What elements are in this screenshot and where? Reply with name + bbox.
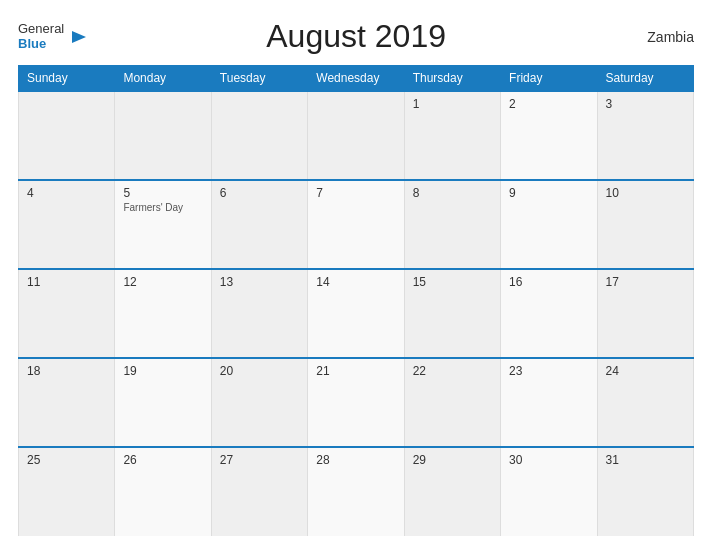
weekday-header-saturday: Saturday (597, 66, 693, 92)
calendar-cell: 31 (597, 447, 693, 536)
weekday-header-tuesday: Tuesday (211, 66, 307, 92)
calendar-cell: 7 (308, 180, 404, 269)
day-number: 2 (509, 97, 588, 111)
calendar-cell: 16 (501, 269, 597, 358)
day-number: 24 (606, 364, 685, 378)
day-number: 17 (606, 275, 685, 289)
logo-blue-text: Blue (18, 37, 64, 51)
day-number: 12 (123, 275, 202, 289)
country-label: Zambia (624, 29, 694, 45)
day-number: 1 (413, 97, 492, 111)
day-number: 20 (220, 364, 299, 378)
day-number: 9 (509, 186, 588, 200)
day-number: 21 (316, 364, 395, 378)
day-number: 19 (123, 364, 202, 378)
calendar-cell: 24 (597, 358, 693, 447)
day-number: 5 (123, 186, 202, 200)
day-number: 10 (606, 186, 685, 200)
logo-general-text: General (18, 22, 64, 36)
day-number: 26 (123, 453, 202, 467)
calendar-cell: 3 (597, 91, 693, 180)
calendar-cell: 27 (211, 447, 307, 536)
calendar-cell: 10 (597, 180, 693, 269)
calendar-cell (308, 91, 404, 180)
day-number: 13 (220, 275, 299, 289)
calendar-week-row: 25262728293031 (19, 447, 694, 536)
calendar-cell: 11 (19, 269, 115, 358)
calendar-cell: 12 (115, 269, 211, 358)
calendar-table: SundayMondayTuesdayWednesdayThursdayFrid… (18, 65, 694, 536)
calendar-title: August 2019 (88, 18, 624, 55)
calendar-page: General Blue August 2019 Zambia SundayMo… (0, 0, 712, 550)
calendar-cell: 26 (115, 447, 211, 536)
calendar-cell: 4 (19, 180, 115, 269)
day-number: 7 (316, 186, 395, 200)
calendar-cell (115, 91, 211, 180)
calendar-cell: 23 (501, 358, 597, 447)
calendar-cell: 2 (501, 91, 597, 180)
weekday-header-sunday: Sunday (19, 66, 115, 92)
day-number: 15 (413, 275, 492, 289)
weekday-header-monday: Monday (115, 66, 211, 92)
calendar-cell: 28 (308, 447, 404, 536)
day-number: 16 (509, 275, 588, 289)
day-number: 27 (220, 453, 299, 467)
logo-flag-icon (68, 27, 88, 47)
calendar-cell: 22 (404, 358, 500, 447)
calendar-cell (19, 91, 115, 180)
calendar-cell: 21 (308, 358, 404, 447)
weekday-header-row: SundayMondayTuesdayWednesdayThursdayFrid… (19, 66, 694, 92)
calendar-week-row: 18192021222324 (19, 358, 694, 447)
logo: General Blue (18, 22, 88, 51)
calendar-cell: 6 (211, 180, 307, 269)
header: General Blue August 2019 Zambia (18, 18, 694, 55)
day-number: 29 (413, 453, 492, 467)
calendar-cell: 5Farmers' Day (115, 180, 211, 269)
holiday-label: Farmers' Day (123, 202, 202, 213)
calendar-cell: 20 (211, 358, 307, 447)
weekday-header-wednesday: Wednesday (308, 66, 404, 92)
day-number: 14 (316, 275, 395, 289)
calendar-week-row: 45Farmers' Day678910 (19, 180, 694, 269)
day-number: 31 (606, 453, 685, 467)
calendar-cell: 1 (404, 91, 500, 180)
calendar-cell: 19 (115, 358, 211, 447)
calendar-cell: 8 (404, 180, 500, 269)
calendar-cell: 30 (501, 447, 597, 536)
weekday-header-friday: Friday (501, 66, 597, 92)
day-number: 23 (509, 364, 588, 378)
calendar-cell: 29 (404, 447, 500, 536)
calendar-cell: 13 (211, 269, 307, 358)
day-number: 3 (606, 97, 685, 111)
calendar-week-row: 11121314151617 (19, 269, 694, 358)
calendar-cell (211, 91, 307, 180)
calendar-cell: 17 (597, 269, 693, 358)
day-number: 8 (413, 186, 492, 200)
day-number: 4 (27, 186, 106, 200)
calendar-cell: 15 (404, 269, 500, 358)
day-number: 18 (27, 364, 106, 378)
day-number: 30 (509, 453, 588, 467)
day-number: 25 (27, 453, 106, 467)
day-number: 22 (413, 364, 492, 378)
calendar-cell: 25 (19, 447, 115, 536)
day-number: 6 (220, 186, 299, 200)
day-number: 28 (316, 453, 395, 467)
calendar-cell: 18 (19, 358, 115, 447)
day-number: 11 (27, 275, 106, 289)
calendar-cell: 14 (308, 269, 404, 358)
calendar-week-row: 123 (19, 91, 694, 180)
weekday-header-thursday: Thursday (404, 66, 500, 92)
calendar-cell: 9 (501, 180, 597, 269)
svg-marker-0 (72, 31, 86, 43)
